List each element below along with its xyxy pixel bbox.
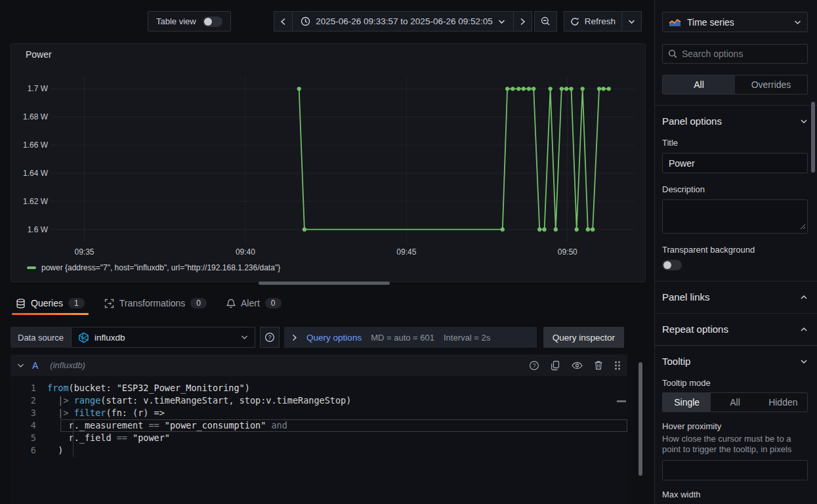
datasource-help-button[interactable]: ?	[260, 327, 280, 348]
indent-guide	[73, 419, 73, 457]
query-actions: ?	[529, 360, 621, 371]
zoom-out-time-button[interactable]	[534, 11, 557, 32]
max-width-label: Max width	[662, 490, 808, 499]
query-header[interactable]: A (influxdb) ?	[10, 354, 627, 376]
tab-transformations[interactable]: Transformations 0	[104, 298, 207, 315]
panel-title-input[interactable]	[662, 153, 808, 173]
datasource-label: Data source	[10, 327, 71, 348]
refresh-icon	[570, 17, 579, 26]
code-line[interactable]: 3 |> filter(fn: (r) =>	[10, 407, 627, 419]
section-divider	[655, 345, 817, 346]
sidebar-scrollbar[interactable]	[811, 102, 815, 173]
tab-queries[interactable]: Queries 1	[16, 298, 85, 315]
query-options-link[interactable]: Query options	[306, 333, 362, 343]
search-icon	[668, 49, 677, 58]
panel-description-textarea[interactable]	[662, 200, 808, 234]
hover-proximity-input[interactable]	[662, 460, 808, 480]
interval-stat: Interval = 2s	[444, 333, 490, 343]
delete-query-trash-icon[interactable]	[594, 360, 603, 370]
query-options-bar: Query options MD = auto = 601 Interval =…	[284, 327, 537, 348]
tab-label: Transformations	[119, 298, 186, 308]
query-tabs: Queries 1 Transformations 0 Alert 0	[0, 289, 654, 320]
tab-label: Alert	[241, 298, 260, 308]
tooltip-mode-single[interactable]: Single	[663, 393, 711, 411]
title-field-label: Title	[662, 138, 808, 148]
hover-proximity-description: How close the cursor must be to a point …	[662, 434, 808, 455]
svg-text:?: ?	[533, 362, 536, 369]
chevron-down-icon	[241, 335, 248, 340]
time-forward-button[interactable]	[513, 11, 532, 32]
repeat-options-header[interactable]: Repeat options	[662, 324, 808, 335]
transparent-bg-toggle[interactable]	[662, 260, 682, 270]
table-view-toggle[interactable]	[203, 16, 222, 27]
code-line[interactable]: 5 r._field == "power"	[10, 432, 627, 444]
svg-text:09:40: 09:40	[236, 247, 255, 257]
database-icon	[16, 299, 26, 308]
drag-handle-icon[interactable]	[614, 360, 621, 371]
code-line[interactable]: 2 |> range(start: v.timeRangeStart, stop…	[10, 394, 627, 407]
tooltip-mode-hidden[interactable]: Hidden	[759, 393, 807, 411]
flux-code-editor[interactable]: 1from(bucket: "ESP32_Power_Monitoring")2…	[10, 376, 627, 457]
tooltip-mode-all[interactable]: All	[711, 393, 759, 411]
query-section-scrollbar[interactable]	[639, 362, 642, 476]
time-range-picker[interactable]: 2025-06-26 09:33:57 to 2025-06-26 09:52:…	[292, 11, 513, 32]
filter-tab-overrides[interactable]: Overrides	[735, 75, 807, 94]
time-back-button[interactable]	[274, 11, 293, 32]
time-range-text: 2025-06-26 09:33:57 to 2025-06-26 09:52:…	[316, 16, 492, 26]
transformations-icon	[104, 299, 114, 308]
code-lines: 1from(bucket: "ESP32_Power_Monitoring")2…	[10, 382, 627, 457]
chevron-down-icon	[794, 20, 801, 25]
datasource-row: Data source influxdb ? Query options MD …	[10, 327, 624, 348]
main-area: Table view 2025-06-26 09:33:57 to 2025-0…	[0, 0, 654, 504]
grafana-panel-editor: Table view 2025-06-26 09:33:57 to 2025-0…	[0, 0, 817, 504]
code-line[interactable]: 1from(bucket: "ESP32_Power_Monitoring")	[10, 382, 627, 394]
svg-text:1.6 W: 1.6 W	[28, 225, 49, 234]
top-toolbar: Table view 2025-06-26 09:33:57 to 2025-0…	[0, 0, 654, 37]
refresh-label: Refresh	[585, 16, 616, 26]
resize-corner-icon[interactable]	[800, 222, 806, 232]
svg-text:?: ?	[268, 334, 272, 341]
panel-links-header[interactable]: Panel links	[662, 291, 808, 303]
tab-alert[interactable]: Alert 0	[226, 298, 281, 315]
options-search-input[interactable]	[682, 49, 802, 59]
refresh-interval-dropdown[interactable]	[621, 11, 642, 32]
query-inspector-button[interactable]: Query inspector	[543, 327, 624, 348]
hover-proximity-label: Hover proximity	[662, 421, 808, 431]
collapse-chevron-icon[interactable]	[17, 363, 24, 368]
table-view-label: Table view	[156, 16, 196, 26]
chevron-right-icon[interactable]	[292, 334, 297, 341]
visualization-picker[interactable]: Time series	[662, 12, 808, 32]
panel-options-header[interactable]: Panel options	[662, 116, 808, 127]
options-sidebar: Time series All Overrides Panel options …	[654, 0, 817, 504]
divider	[655, 313, 817, 314]
toggle-knob	[204, 18, 212, 26]
chart-svg[interactable]: 09:3509:4009:4509:501.7 W1.68 W1.66 W1.6…	[11, 44, 646, 261]
table-view-group: Table view	[148, 11, 231, 32]
tab-count-badge: 1	[68, 298, 85, 308]
datasource-picker[interactable]: influxdb	[71, 327, 255, 348]
legend-item[interactable]: power {address="7", host="influxdb", url…	[27, 263, 280, 272]
query-editor-card: A (influxdb) ? 1from(bucket: "ESP32_Powe…	[10, 354, 627, 504]
duplicate-query-icon[interactable]	[551, 360, 560, 371]
chevron-down-icon	[800, 119, 808, 124]
datasource-name: influxdb	[94, 333, 236, 343]
chevron-right-icon	[520, 18, 526, 26]
question-circle-icon: ?	[264, 332, 275, 343]
code-line[interactable]: 4 r._measurement == "power_consumption" …	[10, 419, 627, 432]
tab-count-badge: 0	[265, 298, 282, 308]
chevron-down-icon	[800, 359, 808, 364]
svg-text:1.68 W: 1.68 W	[23, 112, 49, 121]
max-data-points-stat: MD = auto = 601	[371, 333, 434, 343]
description-field-label: Description	[662, 184, 808, 194]
query-help-icon[interactable]: ?	[529, 360, 539, 371]
refresh-button[interactable]: Refresh	[564, 11, 622, 32]
code-line[interactable]: 6 )	[10, 444, 627, 457]
tooltip-mode-label: Tooltip mode	[662, 378, 808, 388]
power-panel: Power 09:3509:4009:4509:501.7 W1.68 W1.6…	[10, 43, 646, 282]
tab-count-badge: 0	[190, 298, 207, 308]
tooltip-header[interactable]: Tooltip	[662, 356, 808, 367]
filter-tab-all[interactable]: All	[663, 75, 735, 94]
transparent-bg-label: Transparent background	[662, 245, 808, 255]
pane-resize-handle[interactable]	[259, 282, 390, 285]
hide-query-eye-icon[interactable]	[572, 362, 583, 369]
